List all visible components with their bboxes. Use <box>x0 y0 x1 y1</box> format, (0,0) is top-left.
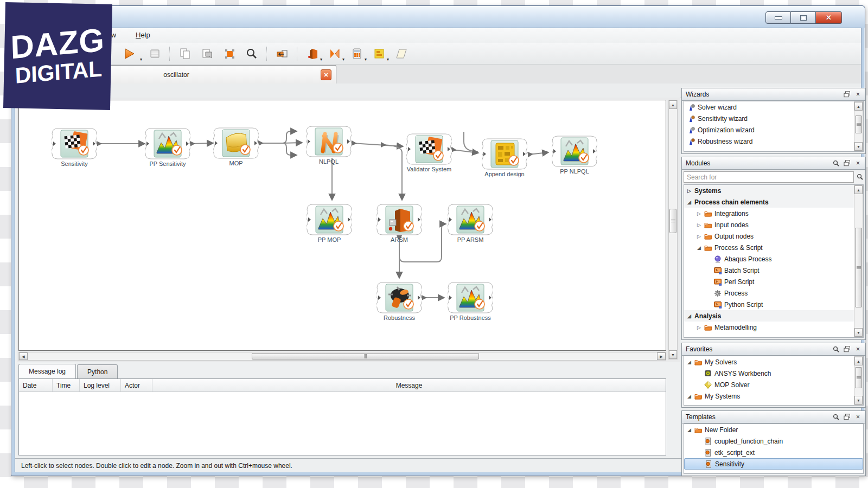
wizards-close-button[interactable]: × <box>853 91 863 99</box>
scroll-left-button[interactable]: ◀ <box>19 352 28 360</box>
favorites-float-button[interactable] <box>843 345 852 354</box>
node-pp-mop[interactable] <box>307 204 352 235</box>
scroll-up-button[interactable]: ▲ <box>854 357 863 365</box>
modules-item-input-nodes[interactable]: ▷Input nodes <box>684 219 863 230</box>
add-calculator-node-button[interactable]: ▾ <box>347 45 367 62</box>
tree-expanded-arrow-icon[interactable]: ◢ <box>687 200 694 205</box>
favorites-search-button[interactable] <box>832 345 841 354</box>
canvas-horizontal-scrollbar[interactable]: ◀▶ <box>18 352 666 361</box>
wizard-item-optimization-wizard[interactable]: Optimization wizard <box>684 124 863 136</box>
log-tab-message-log[interactable]: Message log <box>18 364 76 378</box>
maximize-button[interactable] <box>791 11 816 24</box>
templates-search-button[interactable] <box>832 413 841 421</box>
paste-button[interactable] <box>197 45 217 62</box>
node-pp-sensitivity[interactable] <box>145 128 190 159</box>
log-tab-python[interactable]: Python <box>77 364 118 378</box>
log-column-date[interactable]: Date <box>19 379 53 391</box>
node-pp-robustness[interactable] <box>448 282 493 313</box>
modules-float-button[interactable] <box>843 159 852 168</box>
minimize-button[interactable] <box>765 11 791 24</box>
node-nlpql[interactable] <box>306 126 352 157</box>
scroll-down-button[interactable]: ▼ <box>854 328 863 337</box>
scrollbar-thumb[interactable] <box>252 353 479 359</box>
scroll-down-button[interactable]: ▼ <box>669 350 677 359</box>
favorites-close-button[interactable]: × <box>853 345 863 354</box>
tree-expanded-arrow-icon[interactable]: ◢ <box>697 245 704 251</box>
zoom-button[interactable] <box>242 45 261 62</box>
tree-expanded-arrow-icon[interactable]: ◢ <box>687 313 694 319</box>
templates-item-new-folder[interactable]: ◢New Folder <box>684 424 863 435</box>
fit-selection-button[interactable] <box>220 45 239 62</box>
templates-item-coupled-function-chain[interactable]: coupled_function_chain <box>684 435 863 447</box>
scrollbar-thumb[interactable] <box>855 367 862 388</box>
modules-item-python-script[interactable]: Python Script <box>684 299 863 310</box>
node-arsm[interactable] <box>376 204 422 235</box>
title-bar[interactable]: ✕ <box>11 6 865 28</box>
scroll-down-button[interactable]: ▼ <box>854 396 863 404</box>
add-postprocessing-node-button[interactable]: ▾ <box>369 45 389 62</box>
tree-collapsed-arrow-icon[interactable]: ▷ <box>697 222 704 228</box>
modules-item-analysis[interactable]: ◢Analysis <box>684 310 863 322</box>
node-append-design[interactable] <box>482 138 527 170</box>
templates-item-etk-script-ext[interactable]: etk_script_ext <box>684 447 863 458</box>
modules-close-button[interactable]: × <box>853 159 863 168</box>
modules-search-button[interactable] <box>832 159 841 168</box>
wizard-item-robustness-wizard[interactable]: Robustness wizard <box>684 136 863 147</box>
scrollbar-thumb[interactable] <box>855 228 862 307</box>
log-column-log-level[interactable]: Log level <box>80 379 121 391</box>
modules-item-metamodelling[interactable]: ▷Metamodelling <box>684 322 863 333</box>
wizard-item-sensitivity-wizard[interactable]: Sensitivity wizard <box>684 113 863 124</box>
scroll-up-button[interactable]: ▲ <box>854 102 863 111</box>
wizard-item-solver-wizard[interactable]: Solver wizard <box>684 101 863 113</box>
search-icon[interactable] <box>857 174 864 181</box>
stop-button[interactable] <box>145 45 164 62</box>
copy-button[interactable] <box>175 45 195 62</box>
close-button[interactable]: ✕ <box>816 11 842 24</box>
workflow-canvas[interactable]: SensitivityPP SensitivityMOPNLPQLValidat… <box>18 100 666 351</box>
node-robustness[interactable] <box>376 282 422 313</box>
scroll-up-button[interactable]: ▲ <box>854 185 863 194</box>
favorites-item-ansys-workbench[interactable]: ANSYS Workbench <box>684 368 863 379</box>
modules-item-process[interactable]: Process <box>684 287 863 299</box>
node-pp-arsm[interactable] <box>448 204 493 235</box>
canvas-vertical-scrollbar[interactable]: ▲▼ <box>668 100 678 359</box>
scroll-right-button[interactable]: ▶ <box>657 352 666 360</box>
log-column-message[interactable]: Message <box>152 379 666 391</box>
modules-search-input[interactable] <box>684 171 854 183</box>
tree-collapsed-arrow-icon[interactable]: ▷ <box>697 211 704 216</box>
tree-collapsed-arrow-icon[interactable]: ▷ <box>687 188 694 194</box>
node-mop[interactable] <box>213 127 259 159</box>
scroll-up-button[interactable]: ▲ <box>669 100 677 109</box>
panel-scrollbar[interactable]: ▲▼ <box>854 185 863 337</box>
tree-collapsed-arrow-icon[interactable]: ▷ <box>697 325 704 330</box>
log-column-actor[interactable]: Actor <box>121 379 152 391</box>
favorites-item-my-systems[interactable]: ◢My Systems <box>684 390 863 402</box>
scrollbar-thumb[interactable] <box>669 209 676 233</box>
add-note-button[interactable] <box>392 45 411 62</box>
menu-item-help[interactable]: Help <box>136 31 150 39</box>
export-view-button[interactable] <box>272 45 292 62</box>
tree-expanded-arrow-icon[interactable]: ◢ <box>687 359 694 365</box>
modules-item-abaqus-process[interactable]: Abaqus Process <box>684 253 863 265</box>
modules-item-perl-script[interactable]: Perl Script <box>684 276 863 287</box>
modules-item-systems[interactable]: ▷Systems <box>684 185 863 196</box>
node-sensitivity[interactable] <box>52 128 97 159</box>
favorites-item-mop-solver[interactable]: MOP Solver <box>684 379 863 390</box>
scrollbar-thumb[interactable] <box>855 115 862 133</box>
tab-close-icon[interactable]: ✕ <box>321 69 331 80</box>
modules-item-integrations[interactable]: ▷Integrations <box>684 208 863 219</box>
wizards-float-button[interactable] <box>843 91 852 99</box>
panel-scrollbar[interactable]: ▲▼ <box>854 101 863 151</box>
modules-item-process-chain-elements[interactable]: ◢Process chain elements <box>684 196 863 208</box>
scroll-down-button[interactable]: ▼ <box>854 142 863 151</box>
log-column-time[interactable]: Time <box>53 379 80 391</box>
node-pp-nlpql[interactable] <box>552 136 597 167</box>
tree-collapsed-arrow-icon[interactable]: ▷ <box>697 234 704 239</box>
add-integration-node-button[interactable]: ▾ <box>303 45 322 62</box>
modules-item-batch-script[interactable]: Batch Script <box>684 265 863 276</box>
tree-expanded-arrow-icon[interactable]: ◢ <box>687 394 694 399</box>
templates-float-button[interactable] <box>843 413 852 421</box>
modules-item-output-nodes[interactable]: ▷Output nodes <box>684 230 863 242</box>
modules-item-process-script[interactable]: ◢Process & Script <box>684 242 863 253</box>
add-termination-node-button[interactable]: ▾ <box>325 45 344 62</box>
